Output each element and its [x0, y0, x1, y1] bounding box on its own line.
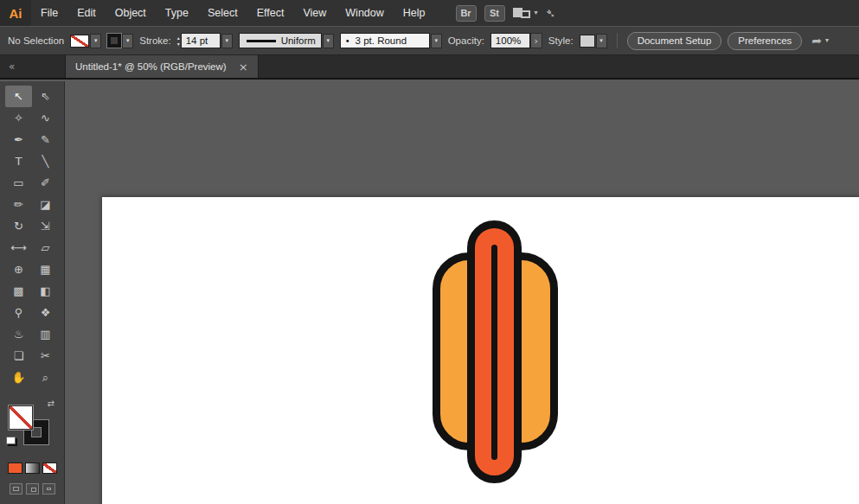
document-setup-button[interactable]: Document Setup: [627, 32, 722, 50]
stroke-width-stepper[interactable]: ▴ ▾: [177, 35, 180, 47]
stepper-down-icon[interactable]: ▾: [177, 41, 180, 47]
menu-item-window[interactable]: Window: [336, 0, 393, 26]
bridge-button[interactable]: Br: [456, 5, 477, 22]
brush-dot-icon: •: [345, 36, 350, 46]
draw-behind-button[interactable]: [26, 483, 39, 494]
stock-button[interactable]: St: [484, 5, 505, 22]
menu-item-file[interactable]: File: [31, 0, 67, 26]
paintbrush-tool[interactable]: ✐: [32, 172, 59, 194]
eyedropper-tool[interactable]: ⚲: [5, 302, 32, 323]
gradient-tool[interactable]: ◧: [32, 280, 59, 302]
preferences-button[interactable]: Preferences: [728, 32, 802, 50]
pencil-tool[interactable]: ✏: [5, 194, 32, 215]
style-label: Style:: [548, 35, 574, 46]
stroke-label: Stroke:: [139, 35, 170, 46]
rectangle-tool[interactable]: ▭: [5, 172, 32, 194]
menu-item-object[interactable]: Object: [106, 0, 156, 26]
free-transform-tool[interactable]: ▱: [32, 237, 59, 258]
chevron-down-icon: ▾: [535, 10, 538, 16]
width-profile-chevron-icon[interactable]: ▾: [323, 34, 334, 48]
scale-tool-icon: ⇲: [41, 220, 50, 233]
opacity-input[interactable]: [490, 33, 530, 48]
stroke-color-swatch[interactable]: [107, 34, 121, 48]
fill-color-control[interactable]: ▾: [70, 34, 101, 48]
collapse-panel-button[interactable]: «: [0, 55, 65, 78]
brush-value[interactable]: • 3 pt. Round: [340, 33, 430, 48]
slice-tool[interactable]: ✂: [32, 345, 59, 367]
width-profile-value[interactable]: Uniform: [239, 33, 322, 48]
toolbar-overflow-button[interactable]: …: [0, 501, 64, 504]
selection-tool[interactable]: ↖: [5, 86, 32, 107]
scale-tool[interactable]: ⇲: [32, 215, 59, 237]
swap-fill-stroke-icon[interactable]: ⇄: [48, 399, 54, 408]
curvature-tool[interactable]: ✎: [32, 129, 59, 150]
fill-none-swatch[interactable]: [70, 35, 89, 48]
brush-label: 3 pt. Round: [356, 35, 407, 46]
app-logo[interactable]: Ai: [0, 0, 31, 26]
rotate-tool[interactable]: ↻: [5, 215, 32, 237]
menu-bar: Ai File Edit Object Type Select Effect V…: [0, 0, 859, 26]
type-tool[interactable]: T: [5, 150, 32, 172]
line-segment-tool[interactable]: ╲: [32, 150, 59, 172]
default-fill-stroke-icon[interactable]: [6, 437, 16, 444]
fill-indicator-swatch[interactable]: [8, 405, 34, 431]
menu-item-select[interactable]: Select: [198, 0, 247, 26]
artboard[interactable]: [102, 197, 859, 504]
opacity-control[interactable]: ›: [490, 33, 542, 48]
menu-item-type[interactable]: Type: [156, 0, 198, 26]
fill-chevron-icon[interactable]: ▾: [90, 34, 101, 48]
close-tab-icon[interactable]: ×: [239, 61, 248, 73]
stroke-color-control[interactable]: ▾: [107, 34, 133, 48]
mesh-tool[interactable]: ▩: [5, 280, 32, 302]
document-tab[interactable]: Untitled-1* @ 50% (RGB/Preview) ×: [65, 55, 259, 78]
color-mode-button[interactable]: [8, 463, 22, 474]
arrange-documents-button[interactable]: ▾: [513, 6, 538, 20]
stroke-width-chevron-icon[interactable]: ▾: [221, 34, 233, 48]
artboard-tool[interactable]: ❏: [5, 345, 32, 367]
style-control[interactable]: ▾: [580, 34, 607, 48]
stepper-up-icon[interactable]: ▴: [177, 35, 180, 41]
gradient-mode-button[interactable]: [25, 463, 40, 474]
workspace-chevron-icon[interactable]: ▾: [825, 37, 829, 44]
gradient-tool-icon: ◧: [40, 284, 50, 297]
workspace-menu-icon[interactable]: ➦: [811, 34, 822, 48]
brush-control[interactable]: • 3 pt. Round ▾: [340, 33, 442, 48]
tools-grid: ↖ ⇖ ✧ ∿ ✒ ✎ T ╲ ▭ ✐ ✏ ◪ ↻ ⇲ ⟷ ▱ ⊕ ▦ ▩ ◧ …: [0, 81, 64, 388]
column-graph-tool[interactable]: ▥: [32, 323, 59, 345]
magic-wand-tool[interactable]: ✧: [5, 107, 32, 129]
stroke-chevron-icon[interactable]: ▾: [122, 34, 133, 48]
draw-normal-button[interactable]: [10, 483, 22, 494]
menu-item-view[interactable]: View: [293, 0, 336, 26]
none-mode-button[interactable]: [42, 463, 57, 474]
lasso-tool[interactable]: ∿: [32, 107, 59, 129]
draw-inside-button[interactable]: [42, 483, 55, 494]
style-swatch[interactable]: [580, 35, 595, 48]
hand-tool-icon: ✋: [11, 371, 25, 384]
hotdog-split-line[interactable]: [491, 245, 497, 460]
mesh-tool-icon: ▩: [13, 284, 23, 297]
hand-tool[interactable]: ✋: [5, 367, 32, 388]
menu-item-effect[interactable]: Effect: [247, 0, 294, 26]
brush-chevron-icon[interactable]: ▾: [431, 34, 442, 48]
shape-builder-tool[interactable]: ⊕: [5, 258, 32, 280]
direct-selection-tool[interactable]: ⇖: [32, 86, 59, 107]
stroke-width-control[interactable]: ▴ ▾ ▾: [177, 33, 233, 48]
canvas-workspace[interactable]: [65, 81, 859, 504]
stroke-width-input[interactable]: [181, 33, 221, 48]
perspective-grid-tool[interactable]: ▦: [32, 258, 59, 280]
pen-tool[interactable]: ✒: [5, 129, 32, 150]
menu-item-help[interactable]: Help: [394, 0, 435, 26]
rotate-tool-icon: ↻: [14, 220, 23, 233]
eraser-tool[interactable]: ◪: [32, 194, 59, 215]
zoom-tool[interactable]: ⌕: [32, 367, 59, 388]
symbol-sprayer-tool-icon: ♨: [14, 328, 24, 341]
width-profile-control[interactable]: Uniform ▾: [239, 33, 334, 48]
style-chevron-icon[interactable]: ▾: [596, 34, 607, 48]
symbol-sprayer-tool[interactable]: ♨: [5, 323, 32, 345]
width-tool[interactable]: ⟷: [5, 237, 32, 258]
menu-item-edit[interactable]: Edit: [67, 0, 106, 26]
gpu-performance-icon[interactable]: ➴: [546, 6, 556, 20]
opacity-arrow-icon[interactable]: ›: [530, 33, 542, 48]
blend-tool[interactable]: ❖: [32, 302, 59, 323]
blend-tool-icon: ❖: [41, 306, 51, 319]
